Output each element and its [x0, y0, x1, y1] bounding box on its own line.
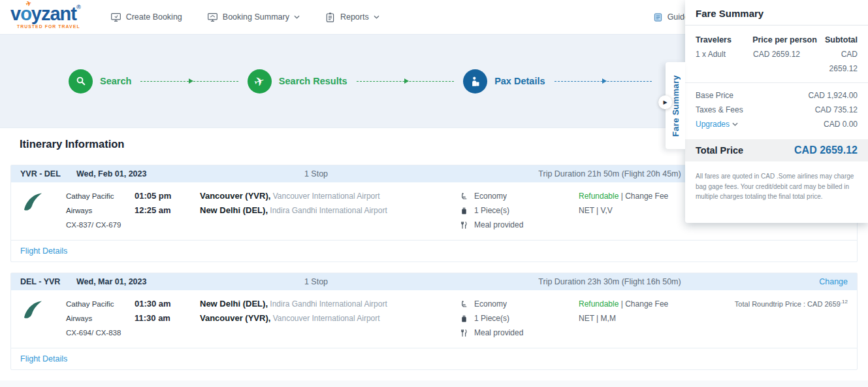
airline-name: Cathay Pacific Airways [66, 189, 135, 218]
segment-footer: Flight Details [11, 348, 857, 369]
segment-route: YVR - DEL [20, 169, 76, 178]
arrival-time: 12:25 am [135, 203, 200, 218]
flight-segment-return: DEL - YVR Wed, Mar 01, 2023 1 Stop Trip … [10, 273, 858, 370]
origin-airport: New Delhi (DEL), Indira Gandhi Internati… [200, 297, 460, 311]
step-label: Pax Details [494, 76, 545, 86]
step-search-results[interactable]: ✈ Search Results [248, 69, 347, 93]
departure-time: 01:05 pm [135, 189, 200, 203]
nav-create-booking[interactable]: Create Booking [110, 12, 182, 23]
flight-details-link[interactable]: Flight Details [20, 354, 67, 363]
fare-basis-codes: NET | M,M [579, 311, 717, 326]
voyzant-logo[interactable]: ✈voyzant® TRUSTED FOR TRAVEL [10, 5, 80, 29]
panel-collapse-arrow-icon[interactable]: ▶ [658, 95, 672, 109]
fare-summary-tab-label: Fare Summary [671, 75, 681, 137]
fare-disclaimer: All fares are quoted in CAD .Some airlin… [685, 161, 868, 202]
travelers-table: Travelers Price per person Subtotal 1 x … [685, 25, 868, 82]
step-label: Search Results [279, 76, 347, 86]
guide-document-icon [653, 12, 663, 22]
nav-guide[interactable]: Guide [653, 12, 689, 22]
flight-numbers: CX-694/ CX-838 [66, 326, 135, 340]
step-pax-details[interactable]: Pax Details [463, 69, 545, 93]
chevron-down-icon [374, 15, 379, 19]
meal-service: Meal provided [460, 218, 579, 232]
cabin-class: Economy [460, 189, 579, 203]
destination-airport: Vancouver (YVR), Vancouver International… [200, 311, 460, 326]
nav-booking-summary[interactable]: Booking Summary [207, 12, 300, 23]
upgrades-link[interactable]: Upgrades [696, 117, 738, 131]
brand-rest: yzant [31, 3, 76, 24]
total-price-row: Total Price CAD 2659.12 [685, 139, 868, 161]
flight-times: 01:05 pm 12:25 am [135, 189, 200, 232]
departure-time: 01:30 am [135, 297, 200, 311]
flight-numbers: CX-837/ CX-679 [66, 218, 135, 232]
chevron-down-icon [732, 122, 738, 126]
cathay-pacific-logo-icon [20, 190, 44, 214]
segment-footer: Flight Details [11, 240, 857, 261]
baggage-icon [460, 314, 468, 323]
flight-airports: Vancouver (YVR), Vancouver International… [200, 189, 460, 232]
baggage-allowance: 1 Piece(s) [460, 311, 579, 326]
brand-tagline: TRUSTED FOR TRAVEL [10, 25, 80, 29]
table-row: 1 x Adult CAD 2659.12 CAD 2659.12 [696, 47, 858, 76]
nav-label: Booking Summary [223, 12, 289, 22]
bottom-tabs: Itinerary Details Fare Rules Baggage Inf… [0, 380, 868, 387]
stepper-connector [555, 81, 652, 82]
cabin-class: Economy [460, 297, 579, 311]
brand-text: ✈voyzant® [10, 5, 80, 24]
flight-details-link[interactable]: Flight Details [20, 246, 67, 256]
total-price-label: Total Price [696, 145, 743, 156]
airline-name: Cathay Pacific Airways [66, 297, 135, 326]
nav-label: Create Booking [126, 12, 182, 22]
registered-mark: ® [76, 4, 80, 10]
fare-summary-panel: Fare Summary ▶ Fare Summary Travelers Pr… [685, 0, 868, 223]
price-breakdown: Base Price CAD 1,924.00 Taxes & Fees CAD… [685, 82, 868, 134]
flight-times: 01:30 am 11:30 am [135, 297, 200, 340]
segment-date: Wed, Feb 01, 2023 [76, 169, 215, 178]
segment-route: DEL - YVR [20, 277, 76, 286]
segment-stops: 1 Stop [215, 277, 417, 286]
airline-logo [20, 189, 66, 232]
stepper-connector [140, 81, 238, 82]
meal-icon [460, 329, 468, 337]
reports-icon [325, 12, 336, 23]
base-price-row: Base Price CAD 1,924.00 [696, 88, 858, 103]
plane-icon: ✈ [248, 69, 272, 93]
airline-logo [20, 297, 66, 340]
refund-policy: Refundable | Change Fee [579, 297, 717, 311]
segment-body: Cathay Pacific Airways CX-694/ CX-838 01… [11, 290, 857, 348]
passenger-icon [463, 69, 487, 93]
stepper-connector [357, 81, 454, 82]
baggage-allowance: 1 Piece(s) [460, 203, 579, 218]
meal-icon [460, 221, 468, 229]
seat-icon [460, 300, 468, 309]
step-label: Search [100, 76, 131, 86]
step-search[interactable]: Search [69, 69, 131, 93]
search-icon [69, 69, 93, 93]
meal-service: Meal provided [460, 326, 579, 340]
segment-change-link[interactable]: Change [802, 277, 848, 286]
upgrades-row: Upgrades CAD 0.00 [696, 117, 858, 131]
segment-duration: Trip Duration 23h 30m (Flight 16h 50m) [417, 277, 802, 286]
origin-airport: Vancouver (YVR), Vancouver International… [200, 189, 460, 203]
nav-label: Reports [340, 12, 369, 22]
table-header-row: Travelers Price per person Subtotal [696, 33, 858, 47]
roundtrip-price-note: Total Roundtrip Price : CAD 2659.12 [717, 297, 848, 340]
segment-header: DEL - YVR Wed, Mar 01, 2023 1 Stop Trip … [11, 273, 857, 290]
booking-summary-icon [207, 12, 218, 23]
amenities: Economy 1 Piece(s) Meal provided [460, 297, 579, 340]
flight-airports: New Delhi (DEL), Indira Gandhi Internati… [200, 297, 460, 340]
arrival-time: 11:30 am [135, 311, 200, 326]
airline-info: Cathay Pacific Airways CX-837/ CX-679 [66, 189, 135, 232]
segment-stops: 1 Stop [215, 169, 417, 178]
baggage-icon [460, 207, 468, 215]
segment-date: Wed, Mar 01, 2023 [76, 277, 215, 286]
fare-conditions: Refundable | Change Fee NET | M,M [579, 297, 717, 340]
nav-reports[interactable]: Reports [325, 12, 379, 23]
main-nav: Create Booking Booking Summary Reports [110, 12, 379, 23]
seat-icon [460, 192, 468, 201]
create-booking-icon [110, 12, 121, 23]
cathay-pacific-logo-icon [20, 298, 44, 322]
taxes-fees-row: Taxes & Fees CAD 735.12 [696, 103, 858, 117]
panel-title: Fare Summary [685, 0, 868, 25]
destination-airport: New Delhi (DEL), Indira Gandhi Internati… [200, 203, 460, 218]
